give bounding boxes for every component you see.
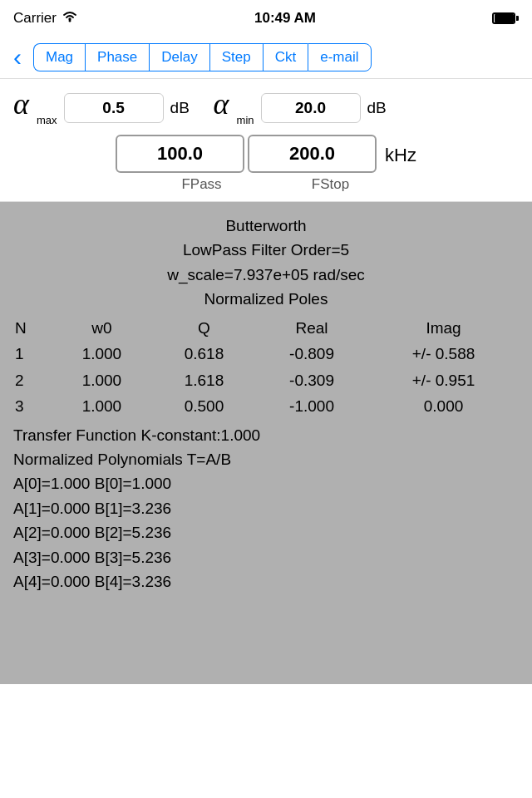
col-q: Q xyxy=(153,315,255,341)
svg-point-0 xyxy=(68,20,71,22)
polynomial-row: A[4]=0.000 B[4]=3.236 xyxy=(13,569,519,594)
polynomial-row: A[0]=1.000 B[0]=1.000 xyxy=(13,471,519,495)
cell-q: 1.618 xyxy=(153,367,255,393)
cell-real: -1.000 xyxy=(255,393,368,419)
cell-imag: +/- 0.951 xyxy=(368,367,519,393)
normalized-poles-heading: Normalized Poles xyxy=(13,287,519,311)
cell-q: 0.500 xyxy=(153,393,255,419)
filter-type: Butterworth xyxy=(13,214,519,238)
params-section: α max dB α min dB kHz FPass FStop xyxy=(0,79,532,202)
table-header-row: N w0 Q Real Imag xyxy=(13,315,519,341)
cell-imag: +/- 0.588 xyxy=(368,341,519,367)
battery-icon xyxy=(492,12,519,24)
carrier-text: Carrier xyxy=(13,10,78,27)
fstop-label: FStop xyxy=(266,176,395,193)
alpha-min-input[interactable] xyxy=(261,93,361,123)
cell-n: 1 xyxy=(13,341,51,367)
tab-phase[interactable]: Phase xyxy=(85,43,149,71)
col-real: Real xyxy=(255,315,368,341)
tab-delay[interactable]: Delay xyxy=(149,43,209,71)
poly-heading: Normalized Polynomials T=A/B xyxy=(13,447,519,471)
cell-imag: 0.000 xyxy=(368,393,519,419)
carrier-label: Carrier xyxy=(13,10,57,27)
col-w0: w0 xyxy=(51,315,153,341)
transfer-fn: Transfer Function K-constant:1.000 xyxy=(13,423,519,447)
alpha-min-unit: dB xyxy=(367,99,391,117)
cell-n: 3 xyxy=(13,393,51,419)
wifi-icon xyxy=(62,10,78,27)
filter-desc: LowPass Filter Order=5 xyxy=(13,238,519,262)
polynomials-container: A[0]=1.000 B[0]=1.000A[1]=0.000 B[1]=3.2… xyxy=(13,471,519,594)
w-scale: w_scale=7.937e+05 rad/sec xyxy=(13,263,519,287)
cell-w0: 1.000 xyxy=(51,367,153,393)
time-display: 10:49 AM xyxy=(254,10,316,27)
cell-w0: 1.000 xyxy=(51,393,153,419)
results-section: Butterworth LowPass Filter Order=5 w_sca… xyxy=(0,202,532,684)
back-button[interactable]: ‹ xyxy=(8,45,27,70)
polynomial-row: A[2]=0.000 B[2]=5.236 xyxy=(13,520,519,544)
poles-table: N w0 Q Real Imag 1 1.000 0.618 -0.809 +/… xyxy=(13,315,519,420)
alpha-max-input[interactable] xyxy=(64,93,164,123)
cell-real: -0.809 xyxy=(255,341,368,367)
cell-n: 2 xyxy=(13,367,51,393)
freq-unit-label: kHz xyxy=(377,138,416,173)
cell-w0: 1.000 xyxy=(51,341,153,367)
table-row: 2 1.000 1.618 -0.309 +/- 0.951 xyxy=(13,367,519,393)
tab-ckt[interactable]: Ckt xyxy=(263,43,308,71)
table-row: 1 1.000 0.618 -0.809 +/- 0.588 xyxy=(13,341,519,367)
fpass-input[interactable] xyxy=(116,135,244,173)
nav-bar: ‹ Mag Phase Delay Step Ckt e-mail xyxy=(0,37,532,79)
polynomial-row: A[1]=0.000 B[1]=3.236 xyxy=(13,496,519,520)
fpass-label: FPass xyxy=(137,176,266,193)
alpha-max-unit: dB xyxy=(170,99,194,117)
tab-step[interactable]: Step xyxy=(209,43,263,71)
nav-tabs: Mag Phase Delay Step Ckt e-mail xyxy=(33,43,372,71)
table-row: 3 1.000 0.500 -1.000 0.000 xyxy=(13,393,519,419)
col-imag: Imag xyxy=(368,315,519,341)
alpha-max-label: α max xyxy=(13,89,57,126)
fstop-input[interactable] xyxy=(248,135,377,173)
status-bar: Carrier 10:49 AM xyxy=(0,0,532,37)
cell-q: 0.618 xyxy=(153,341,255,367)
cell-real: -0.309 xyxy=(255,367,368,393)
tab-email[interactable]: e-mail xyxy=(308,43,371,71)
alpha-min-label: α min xyxy=(214,89,254,126)
col-n: N xyxy=(13,315,51,341)
polynomial-row: A[3]=0.000 B[3]=5.236 xyxy=(13,545,519,569)
tab-mag[interactable]: Mag xyxy=(33,43,85,71)
